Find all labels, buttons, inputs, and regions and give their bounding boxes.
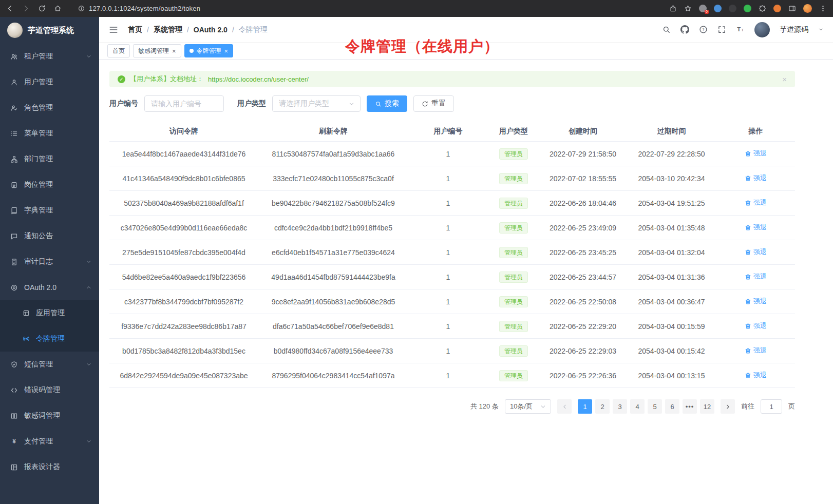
- sidebar-item-报表设计器[interactable]: 报表设计器: [0, 454, 99, 480]
- page-button-4[interactable]: 4: [630, 399, 645, 414]
- user-id-input[interactable]: [144, 95, 224, 112]
- extension-icon[interactable]: 0: [699, 5, 707, 12]
- sidebar-item-租户管理[interactable]: 租户管理: [0, 44, 99, 69]
- sidebar-item-敏感词管理[interactable]: 敏感词管理: [0, 403, 99, 429]
- browser-forward-icon[interactable]: [22, 5, 30, 12]
- breadcrumb-item-system[interactable]: 系统管理: [154, 25, 182, 34]
- force-logout-button[interactable]: 强退: [745, 371, 767, 380]
- page-button-6[interactable]: 6: [665, 399, 679, 414]
- user-type-badge: 管理员: [499, 370, 528, 381]
- user-type-cell: 管理员: [488, 370, 539, 381]
- reset-button[interactable]: 重置: [413, 95, 454, 112]
- sidebar-item-字典管理[interactable]: 字典管理: [0, 198, 99, 223]
- sidebar-item-支付管理[interactable]: ¥支付管理: [0, 429, 99, 454]
- side-panel-icon[interactable]: [788, 5, 796, 12]
- bookmark-star-icon[interactable]: [684, 5, 692, 12]
- sidebar-item-短信管理[interactable]: 短信管理: [0, 352, 99, 377]
- sidebar-item-错误码管理[interactable]: 错误码管理: [0, 377, 99, 403]
- breadcrumb-item-oauth[interactable]: OAuth 2.0: [194, 26, 228, 34]
- annotation-overlay: 令牌管理（在线用户）: [345, 36, 499, 57]
- goto-page-input[interactable]: [761, 399, 782, 414]
- tab-close-icon[interactable]: ×: [172, 48, 176, 54]
- sensitive-columns-icon: [10, 412, 18, 420]
- sidebar-item-菜单管理[interactable]: 菜单管理: [0, 121, 99, 146]
- force-logout-button[interactable]: 强退: [745, 297, 767, 306]
- browser-back-icon[interactable]: [6, 5, 14, 12]
- page-button-3[interactable]: 3: [613, 399, 627, 414]
- force-logout-button[interactable]: 强退: [745, 173, 767, 183]
- page-button-12[interactable]: 12: [700, 399, 714, 414]
- force-logout-button[interactable]: 强退: [745, 247, 767, 257]
- help-icon[interactable]: ?: [699, 25, 708, 34]
- site-info-icon[interactable]: [78, 5, 85, 12]
- sidebar-item-OAuth 2.0[interactable]: OAuth 2.0: [0, 275, 99, 300]
- sidebar-item-部门管理[interactable]: 部门管理: [0, 146, 99, 172]
- tab-close-icon[interactable]: ×: [224, 48, 229, 54]
- extension-icon[interactable]: [744, 5, 751, 12]
- doc-link[interactable]: https://doc.iocoder.cn/user-center/: [208, 75, 309, 83]
- force-logout-button[interactable]: 强退: [745, 272, 767, 281]
- browser-reload-icon[interactable]: [38, 5, 46, 12]
- expire-time-cell: 2054-03-04 01:35:48: [627, 224, 716, 232]
- sidebar-item-用户管理[interactable]: 用户管理: [0, 69, 99, 95]
- github-icon[interactable]: [680, 25, 689, 34]
- extension-icon[interactable]: [773, 5, 781, 12]
- user-avatar[interactable]: [754, 22, 770, 37]
- address-bar[interactable]: 127.0.0.1:1024/system/oauth2/token: [78, 5, 200, 12]
- extensions-puzzle-icon[interactable]: [759, 5, 766, 12]
- table-row: b0d1785bc3a8482f812db4a3f3bd15ecb0df4980…: [109, 339, 795, 363]
- browser-menu-icon[interactable]: [819, 5, 827, 12]
- pager-more-button[interactable]: •••: [683, 399, 697, 414]
- font-size-icon[interactable]: TT: [736, 25, 745, 34]
- user-name[interactable]: 芋道源码: [780, 25, 808, 34]
- sidebar-item-角色管理[interactable]: 角色管理: [0, 95, 99, 121]
- force-logout-button[interactable]: 强退: [745, 321, 767, 331]
- share-icon[interactable]: [669, 5, 677, 12]
- force-logout-button[interactable]: 强退: [745, 346, 767, 355]
- tab-令牌管理[interactable]: 令牌管理×: [184, 44, 234, 57]
- search-icon[interactable]: [662, 25, 671, 34]
- force-logout-label: 强退: [753, 371, 767, 380]
- menu-label: OAuth 2.0: [24, 283, 56, 292]
- menu-label: 菜单管理: [24, 129, 53, 138]
- force-logout-button[interactable]: 强退: [745, 223, 767, 232]
- action-cell: 强退: [716, 346, 795, 356]
- force-logout-button[interactable]: 强退: [745, 149, 767, 158]
- app-logo[interactable]: 芋道管理系统: [0, 17, 99, 44]
- extension-icon[interactable]: [729, 5, 736, 12]
- alert-close-icon[interactable]: ×: [782, 75, 787, 84]
- svg-text:?: ?: [702, 27, 705, 32]
- page-button-1[interactable]: 1: [578, 399, 592, 414]
- prev-page-button[interactable]: [557, 399, 572, 414]
- force-logout-button[interactable]: 强退: [745, 198, 767, 207]
- breadcrumb-item-home[interactable]: 首页: [128, 25, 142, 34]
- page-button-2[interactable]: 2: [595, 399, 610, 414]
- user-menu-caret-icon[interactable]: [818, 27, 824, 32]
- browser-home-icon[interactable]: [54, 5, 62, 12]
- sidebar-item-通知公告[interactable]: 通知公告: [0, 223, 99, 249]
- browser-profile-avatar[interactable]: [803, 4, 812, 13]
- sidebar-item-应用管理[interactable]: 应用管理: [0, 300, 99, 326]
- tab-敏感词管理[interactable]: 敏感词管理×: [133, 44, 181, 57]
- sidebar-toggle-icon[interactable]: [108, 25, 119, 35]
- sidebar-item-岗位管理[interactable]: 岗位管理: [0, 172, 99, 198]
- trash-icon: [745, 274, 751, 280]
- page-button-5[interactable]: 5: [648, 399, 662, 414]
- refresh-token-cell: b0df4980ffd34c67a08f9156e4eee733: [258, 347, 408, 355]
- menu-label: 错误码管理: [24, 385, 60, 395]
- notice-bubble-icon: [10, 232, 18, 240]
- tab-首页[interactable]: 首页: [107, 44, 130, 57]
- trash-icon: [745, 200, 751, 206]
- expire-time-cell: 2054-03-04 00:15:42: [627, 347, 716, 355]
- user-type-select[interactable]: 请选择用户类型: [272, 95, 361, 112]
- page-size-select[interactable]: 10条/页: [505, 399, 551, 414]
- user-type-badge: 管理员: [499, 272, 528, 283]
- sidebar-item-令牌管理[interactable]: 令牌管理: [0, 326, 99, 352]
- fullscreen-icon[interactable]: [717, 25, 726, 34]
- force-logout-label: 强退: [753, 247, 767, 257]
- next-page-button[interactable]: [721, 399, 735, 414]
- created-time-cell: 2022-06-25 23:49:09: [539, 224, 627, 232]
- search-button[interactable]: 搜索: [367, 95, 407, 112]
- sidebar-item-审计日志[interactable]: 审计日志: [0, 249, 99, 275]
- extension-icon[interactable]: [714, 5, 722, 12]
